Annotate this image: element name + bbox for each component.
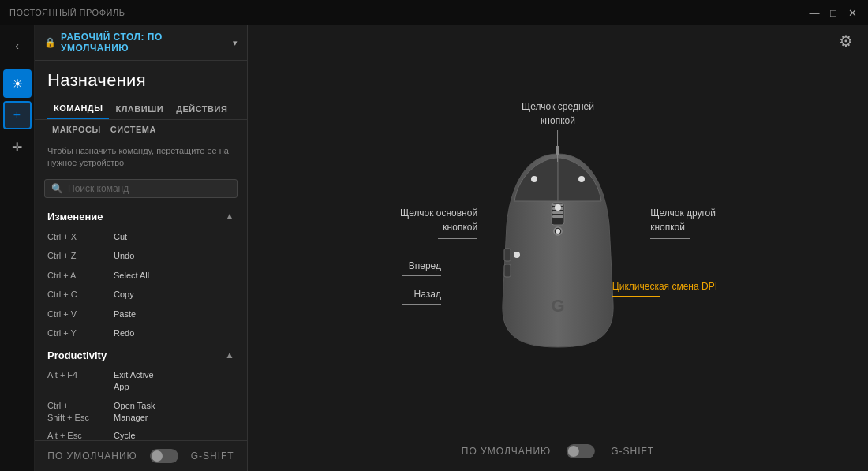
toggle-knob xyxy=(152,450,163,462)
title-bar-label: ПОСТОЯННЫЙ ПРОФИЛЬ xyxy=(9,8,125,17)
maximize-button[interactable]: □ xyxy=(827,6,840,19)
sidebar-btn-crosshair[interactable]: ✛ xyxy=(3,133,32,161)
bottom-toggle[interactable] xyxy=(567,444,595,458)
svg-rect-9 xyxy=(504,249,511,261)
command-undo[interactable]: Ctrl + Z Undo xyxy=(35,246,247,266)
command-exit-app[interactable]: Alt + F4 Exit Active App xyxy=(35,366,247,397)
mouse-body-svg: G xyxy=(495,146,621,351)
tab-row-1: КОМАНДЫ КЛАВИШИ ДЕЙСТВИЯ xyxy=(35,97,247,120)
tab-macros[interactable]: МАКРОСЫ xyxy=(47,123,106,136)
search-icon: 🔍 xyxy=(51,183,63,194)
tab-actions[interactable]: ДЕЙСТВИЯ xyxy=(170,100,234,119)
minimize-button[interactable]: — xyxy=(808,6,821,19)
label-forward: Вперед xyxy=(402,258,441,276)
tab-system[interactable]: СИСТЕМА xyxy=(106,123,161,136)
command-select-all[interactable]: Ctrl + A Select All xyxy=(35,266,247,286)
bottom-toggle-knob xyxy=(568,446,579,457)
search-input[interactable] xyxy=(68,183,230,194)
section-productivity-label: Productivity xyxy=(47,350,107,361)
default-label: ПО УМОЛЧАНИЮ xyxy=(47,450,137,462)
back-button[interactable]: ‹ xyxy=(3,32,32,60)
profile-name: РАБОЧИЙ СТОЛ: По умолчанию xyxy=(61,32,226,54)
content-area: ⚙ xyxy=(248,25,868,471)
command-copy[interactable]: Ctrl + C Copy xyxy=(35,285,247,305)
label-back: Назад xyxy=(402,286,441,305)
tab-keys[interactable]: КЛАВИШИ xyxy=(109,100,170,119)
svg-point-13 xyxy=(578,176,585,182)
panel-title: Назначения xyxy=(35,61,247,97)
section-productivity-header[interactable]: Productivity ▲ xyxy=(35,343,247,366)
commands-panel: 🔒 РАБОЧИЙ СТОЛ: По умолчанию ▾ Назначени… xyxy=(35,25,248,471)
profile-bar: 🔒 РАБОЧИЙ СТОЛ: По умолчанию ▾ xyxy=(35,25,247,61)
bottom-toggle-bar: ПО УМОЛЧАНИЮ G-SHIFT xyxy=(35,440,247,471)
section-edit-chevron: ▲ xyxy=(225,211,234,222)
label-main-click: Щелчок основной кнопкой xyxy=(400,205,477,239)
icon-sidebar: ‹ ☀ + ✛ xyxy=(0,25,35,471)
title-bar: ПОСТОЯННЫЙ ПРОФИЛЬ — □ ✕ xyxy=(0,0,868,25)
svg-point-14 xyxy=(555,204,561,211)
mouse-diagram: G Щелчок средней кнопкой Щелчок основной… xyxy=(392,75,724,422)
bottom-controls-area: ПО УМОЛЧАНИЮ G-SHIFT xyxy=(462,444,654,458)
svg-rect-7 xyxy=(552,215,563,218)
search-box: 🔍 xyxy=(44,179,238,198)
svg-text:G: G xyxy=(551,296,564,316)
svg-point-12 xyxy=(531,176,537,182)
settings-button[interactable]: ⚙ xyxy=(833,28,859,54)
svg-rect-10 xyxy=(504,264,511,277)
label-middle-click: Щелчок средней кнопкой xyxy=(522,99,594,162)
command-cycle-apps[interactable]: Alt + Esc Cycle Through Apps xyxy=(35,427,247,440)
bottom-gshift-label: G-SHIFT xyxy=(611,446,654,457)
section-productivity-chevron: ▲ xyxy=(225,350,234,361)
label-dpi: Циклическая смена DPI xyxy=(612,278,717,297)
commands-list: Изменение ▲ Ctrl + X Cut Ctrl + Z Undo C… xyxy=(35,204,247,440)
tab-row-2: МАКРОСЫ СИСТЕМА xyxy=(35,120,247,140)
main-container: ‹ ☀ + ✛ 🔒 РАБОЧИЙ СТОЛ: По умолчанию ▾ Н… xyxy=(0,25,868,471)
sidebar-btn-light[interactable]: ☀ xyxy=(3,69,32,98)
section-edit-label: Изменение xyxy=(47,211,103,222)
svg-rect-6 xyxy=(552,211,563,214)
lock-icon: 🔒 xyxy=(44,37,56,48)
label-other-click: Щелчок другой кнопкой xyxy=(650,205,716,239)
chevron-icon: ▾ xyxy=(233,38,238,48)
bottom-default-label: ПО УМОЛЧАНИЮ xyxy=(462,446,551,457)
toggle-switch[interactable] xyxy=(150,449,178,463)
close-button[interactable]: ✕ xyxy=(846,6,859,19)
command-redo[interactable]: Ctrl + Y Redo xyxy=(35,323,247,343)
tab-commands[interactable]: КОМАНДЫ xyxy=(47,100,109,119)
command-cut[interactable]: Ctrl + X Cut xyxy=(35,227,247,247)
section-edit-header[interactable]: Изменение ▲ xyxy=(35,204,247,227)
svg-point-16 xyxy=(556,229,560,234)
svg-point-15 xyxy=(514,252,520,258)
hint-text: Чтобы назначить команду, перетащите её н… xyxy=(35,140,247,176)
title-bar-controls: — □ ✕ xyxy=(808,6,859,19)
sidebar-btn-plus[interactable]: + xyxy=(3,101,32,129)
command-paste[interactable]: Ctrl + V Paste xyxy=(35,305,247,324)
gshift-label: G-SHIFT xyxy=(191,450,234,462)
command-task-manager[interactable]: Ctrl + Shift + Esc Open Task Manager xyxy=(35,397,247,428)
